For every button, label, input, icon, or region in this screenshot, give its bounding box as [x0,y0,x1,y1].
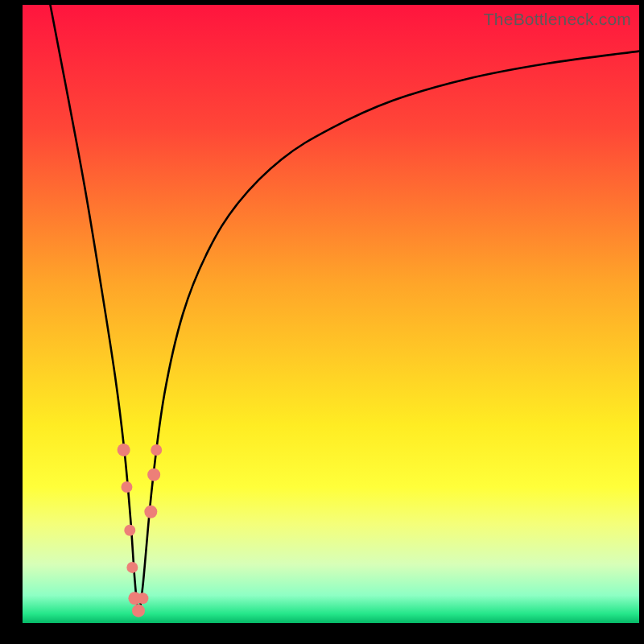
highlight-dot [126,562,138,573]
highlight-dot [137,592,148,604]
highlight-dot [118,444,130,456]
highlight-dot [132,605,145,617]
highlight-dot [121,481,132,493]
chart-frame: TheBottleneck.com [0,0,644,644]
bottleneck-curve [50,5,639,611]
highlight-dots [118,444,163,617]
curve-layer [23,5,639,623]
highlight-dot [144,506,157,518]
highlight-dot [124,525,135,536]
plot-area: TheBottleneck.com [23,5,639,623]
highlight-dot [151,444,162,456]
highlight-dot [147,469,160,481]
